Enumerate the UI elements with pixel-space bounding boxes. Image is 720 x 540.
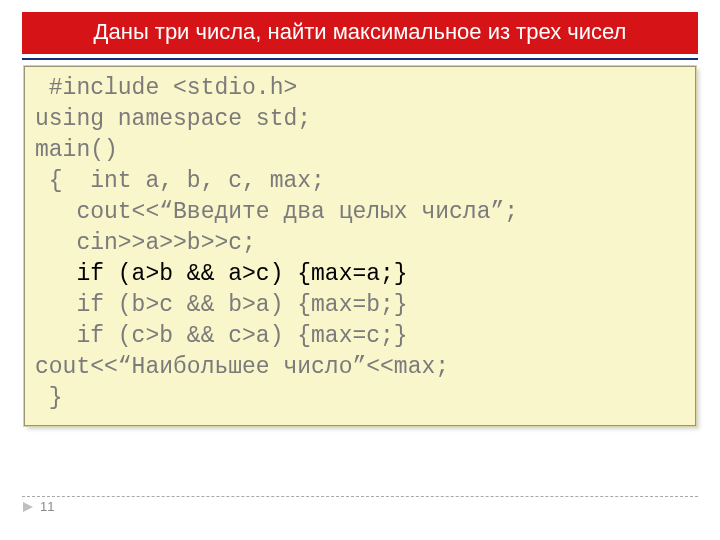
code-line: } bbox=[35, 383, 685, 414]
slide: Даны три числа, найти максимальное из тр… bbox=[0, 0, 720, 540]
code-line: if (c>b && c>a) {max=c;} bbox=[35, 321, 685, 352]
title-underline bbox=[22, 58, 698, 60]
footer-rule bbox=[22, 496, 698, 497]
play-icon bbox=[22, 501, 34, 513]
page-number: 11 bbox=[40, 499, 54, 514]
footer: 11 bbox=[22, 496, 698, 514]
footer-content: 11 bbox=[22, 499, 698, 514]
code-line: #include <stdio.h> bbox=[35, 73, 685, 104]
code-line: cout<<“Введите два целых числа”; bbox=[35, 197, 685, 228]
code-line: if (a>b && a>c) {max=a;} bbox=[35, 259, 685, 290]
code-line: main() bbox=[35, 135, 685, 166]
code-line: cin>>a>>b>>c; bbox=[35, 228, 685, 259]
code-block: #include <stdio.h> using namespace std; … bbox=[24, 66, 696, 426]
code-line: if (b>c && b>a) {max=b;} bbox=[35, 290, 685, 321]
slide-title: Даны три числа, найти максимальное из тр… bbox=[22, 12, 698, 54]
code-line: using namespace std; bbox=[35, 104, 685, 135]
code-line: cout<<“Наибольшее число”<<max; bbox=[35, 352, 685, 383]
svg-marker-0 bbox=[23, 502, 33, 512]
code-line: { int a, b, c, max; bbox=[35, 166, 685, 197]
